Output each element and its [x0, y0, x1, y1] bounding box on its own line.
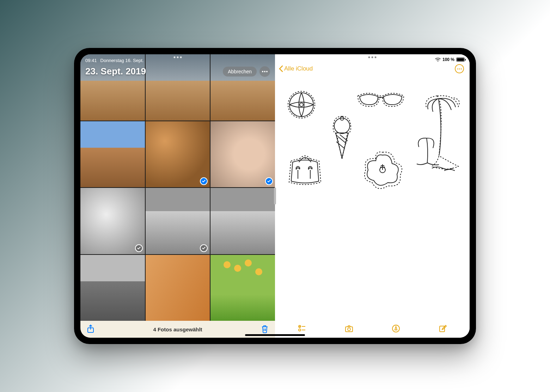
- camera-icon[interactable]: [345, 324, 353, 334]
- selected-check-icon: [200, 244, 208, 252]
- notes-header: 100 % Alle iCloud: [275, 54, 470, 75]
- battery-icon: [456, 57, 465, 62]
- checklist-icon[interactable]: [298, 324, 306, 334]
- share-icon[interactable]: [87, 324, 94, 335]
- markup-icon[interactable]: [392, 324, 400, 334]
- note-more-button[interactable]: [455, 64, 464, 73]
- photo-thumbnail[interactable]: [80, 255, 145, 321]
- ipad-device-frame: 09:41 Donnerstag 16. Sept. 23. Sept. 201…: [74, 48, 476, 344]
- svg-point-1: [288, 91, 315, 118]
- back-button[interactable]: Alle iCloud: [279, 65, 313, 72]
- photo-thumbnail[interactable]: [80, 121, 145, 188]
- back-label: Alle iCloud: [284, 65, 313, 72]
- status-time: 09:41: [85, 58, 97, 63]
- cancel-button[interactable]: Abbrechen: [223, 67, 257, 76]
- sketch-ice-cream: [328, 114, 356, 163]
- battery-percent-label: 100 %: [442, 57, 454, 62]
- more-options-button[interactable]: [259, 66, 270, 77]
- photo-thumbnail[interactable]: [146, 188, 210, 254]
- home-indicator[interactable]: [245, 334, 305, 336]
- multitasking-indicator-icon[interactable]: [174, 56, 182, 58]
- compose-icon[interactable]: [439, 324, 447, 334]
- photo-thumbnail[interactable]: [146, 121, 210, 188]
- svg-point-8: [299, 329, 301, 331]
- sketch-hibiscus: [360, 149, 405, 191]
- trash-icon[interactable]: [261, 325, 269, 334]
- photo-thumbnail[interactable]: [210, 255, 275, 321]
- selected-check-icon: [265, 177, 273, 185]
- svg-point-10: [348, 328, 350, 331]
- status-date: Donnerstag 16. Sept.: [100, 58, 144, 63]
- svg-point-3: [300, 103, 303, 106]
- photos-date-title: 23. Sept. 2019: [85, 66, 146, 77]
- sketch-palm-trees: [412, 92, 465, 173]
- photo-thumbnail[interactable]: [146, 255, 210, 321]
- sketch-sunglasses: [356, 89, 405, 110]
- multitasking-indicator-icon[interactable]: [368, 56, 377, 58]
- selection-count-label: 4 Fotos ausgewählt: [153, 326, 202, 332]
- photos-header: 09:41 Donnerstag 16. Sept. 23. Sept. 201…: [80, 54, 275, 77]
- sketch-beach-ball: [286, 89, 317, 121]
- ipad-screen: 09:41 Donnerstag 16. Sept. 23. Sept. 201…: [80, 54, 470, 338]
- photo-thumbnail[interactable]: [210, 121, 275, 188]
- chevron-left-icon: [279, 65, 283, 72]
- notes-app-pane: 100 % Alle iCloud: [275, 54, 470, 338]
- sketch-beach-bag: [286, 149, 324, 188]
- status-bar-right: 100 %: [435, 57, 465, 62]
- split-view-handle[interactable]: [274, 188, 276, 204]
- wifi-icon: [435, 57, 441, 62]
- selected-check-icon: [200, 177, 208, 185]
- photos-app-pane: 09:41 Donnerstag 16. Sept. 23. Sept. 201…: [80, 54, 275, 338]
- photo-grid: [80, 54, 275, 321]
- selected-check-icon: [135, 244, 143, 252]
- note-canvas[interactable]: [275, 75, 470, 321]
- svg-point-2: [289, 93, 313, 117]
- photo-thumbnail[interactable]: [210, 188, 275, 254]
- photo-thumbnail[interactable]: [80, 188, 145, 254]
